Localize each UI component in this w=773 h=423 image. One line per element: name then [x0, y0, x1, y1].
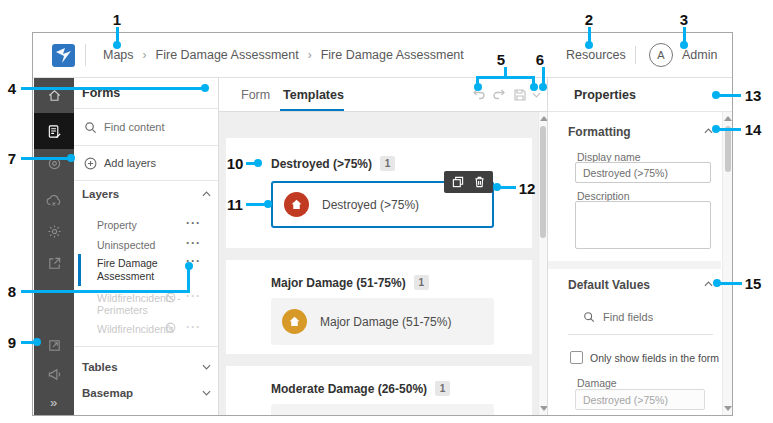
chevron-down-icon[interactable]: [202, 390, 211, 396]
callout-12-line: [499, 186, 516, 189]
layer-item-uninspected[interactable]: Uninspected: [97, 239, 155, 251]
layer-item-wildfire-incidents[interactable]: WildfireIncidents: [97, 323, 174, 335]
search-placeholder: Find content: [104, 109, 165, 146]
template-count-badge: 1: [414, 275, 429, 290]
active-tab-underline: [280, 109, 344, 111]
callout-8-line: [21, 290, 190, 293]
templates-scrollbar[interactable]: [538, 112, 547, 416]
callout-7: 7: [8, 150, 16, 167]
layer-item-wildfire-perimeters-line2[interactable]: Perimeters: [97, 304, 148, 316]
layer-item-fire-damage-line2[interactable]: Assessment: [97, 270, 154, 282]
callout-3: 3: [680, 11, 688, 28]
selected-layer-indicator: [78, 254, 81, 286]
add-layers-button[interactable]: Add layers: [74, 146, 218, 181]
avatar[interactable]: A: [649, 43, 673, 67]
callout-10-dot: [254, 159, 262, 167]
template-group-destroyed: Destroyed (>75%)1 Destroyed (>75%): [226, 138, 532, 248]
destroyed-symbol-icon[interactable]: [284, 192, 309, 217]
properties-scrollbar[interactable]: [722, 112, 732, 416]
template-group-moderate: Moderate Damage (26-50%)1 Moderate Damag…: [226, 366, 532, 416]
more-options-icon[interactable]: ···: [186, 320, 201, 334]
scrollbar-thumb[interactable]: [540, 126, 546, 238]
home-icon[interactable]: [34, 80, 74, 110]
launch-icon[interactable]: [34, 330, 74, 360]
scroll-down-arrow[interactable]: [724, 406, 732, 411]
template-card-moderate[interactable]: Moderate Damage (26-50%): [271, 404, 494, 416]
offline-areas-icon[interactable]: [34, 185, 74, 215]
chevron-down-icon[interactable]: [202, 364, 211, 370]
geofences-icon[interactable]: [34, 148, 74, 178]
forms-panel-title: Forms: [82, 78, 120, 109]
forms-icon[interactable]: [34, 116, 74, 146]
callout-5-dot-right: [530, 83, 538, 91]
breadcrumb: Maps›Fire Damage Assessment›Fire Damage …: [103, 33, 464, 77]
more-options-icon[interactable]: ···: [186, 236, 201, 250]
save-icon[interactable]: [513, 88, 527, 102]
callout-6-dot: [539, 83, 547, 91]
callout-4-dot: [201, 84, 209, 92]
description-field-wrap: [575, 201, 711, 249]
find-fields-placeholder[interactable]: Find fields: [603, 311, 653, 323]
major-damage-symbol-icon[interactable]: [282, 309, 307, 334]
resources-link[interactable]: Resources: [566, 33, 626, 77]
callout-12: 12: [519, 180, 536, 197]
group-title: Destroyed (>75%)1: [271, 156, 395, 171]
properties-header: Properties: [548, 78, 732, 112]
duplicate-icon[interactable]: [452, 176, 464, 188]
callout-13: 13: [745, 87, 762, 104]
template-card-label: Destroyed (>75%): [322, 198, 419, 212]
find-content-search[interactable]: Find content: [74, 109, 218, 146]
chevron-up-icon[interactable]: [704, 281, 713, 287]
default-values-section-header[interactable]: Default Values: [568, 278, 650, 292]
callout-7-dot: [67, 154, 75, 162]
group-title-text: Destroyed (>75%): [271, 157, 372, 171]
tab-form[interactable]: Form: [241, 78, 270, 112]
delete-trash-icon[interactable]: [474, 176, 485, 188]
damage-field-label: Damage: [577, 377, 617, 389]
layer-item-property[interactable]: Property: [97, 219, 137, 231]
more-options-icon[interactable]: ···: [186, 216, 201, 230]
expand-rail-icon[interactable]: »: [34, 387, 74, 416]
not-allowed-icon: [165, 292, 176, 303]
group-title: Major Damage (51-75%)1: [271, 275, 429, 290]
user-menu[interactable]: Admin: [682, 33, 717, 77]
callout-8-riser: [187, 267, 190, 292]
layers-section-header[interactable]: Layers: [82, 188, 119, 200]
section-divider: [74, 346, 218, 347]
callout-5: 5: [497, 51, 505, 68]
breadcrumb-maps[interactable]: Maps: [103, 48, 134, 62]
template-group-major: Major Damage (51-75%)1 Major Damage (51-…: [226, 260, 532, 354]
basemap-section-header[interactable]: Basemap: [82, 387, 133, 399]
scrollbar-thumb[interactable]: [725, 126, 731, 172]
redo-icon[interactable]: [492, 88, 506, 101]
formatting-section-header[interactable]: Formatting: [568, 125, 631, 139]
top-header: Maps›Fire Damage Assessment›Fire Damage …: [33, 33, 732, 78]
tab-templates[interactable]: Templates: [283, 78, 344, 112]
breadcrumb-form-name: Fire Damage Assessment: [321, 48, 464, 62]
description-textarea[interactable]: [575, 201, 711, 249]
forms-panel-header: Forms: [74, 78, 218, 109]
add-layers-label: Add layers: [104, 146, 156, 181]
only-show-fields-checkbox[interactable]: [570, 351, 583, 364]
moderate-damage-symbol-icon[interactable]: [282, 415, 307, 416]
template-count-badge: 1: [380, 156, 395, 171]
save-menu-chevron-icon[interactable]: [532, 92, 541, 98]
search-underline: [568, 334, 713, 335]
callout-6: 6: [536, 51, 544, 68]
display-name-input[interactable]: [575, 162, 711, 183]
chevron-up-icon[interactable]: [202, 191, 211, 197]
breadcrumb-map-name[interactable]: Fire Damage Assessment: [156, 48, 299, 62]
tables-section-header[interactable]: Tables: [82, 361, 118, 373]
display-name-field-wrap: [575, 162, 711, 183]
callout-9: 9: [8, 334, 16, 351]
templates-panel: Form Templates Destroyed (>75%)1: [219, 78, 547, 416]
feedback-megaphone-icon[interactable]: [34, 359, 74, 389]
settings-gear-icon[interactable]: [34, 216, 74, 246]
app-window: Maps›Fire Damage Assessment›Fire Damage …: [32, 32, 733, 416]
sharing-icon[interactable]: [34, 248, 74, 278]
layer-item-fire-damage-line1[interactable]: Fire Damage: [97, 257, 158, 269]
damage-value-input[interactable]: [575, 389, 705, 410]
scroll-up-arrow[interactable]: [724, 116, 732, 121]
template-card-major[interactable]: Major Damage (51-75%): [271, 298, 494, 345]
group-title: Moderate Damage (26-50%)1: [271, 381, 450, 396]
